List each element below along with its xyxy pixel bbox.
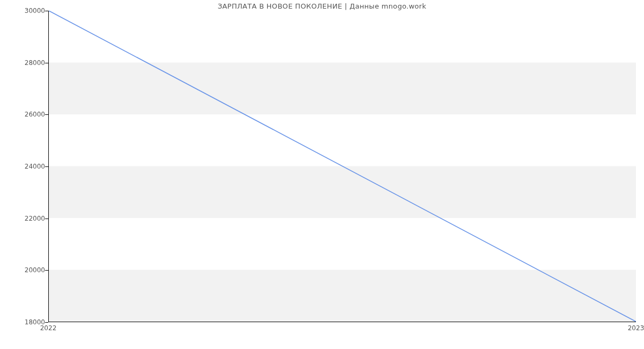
y-tick-mark xyxy=(45,114,48,115)
y-tick-mark xyxy=(45,11,48,11)
y-tick-label: 28000 xyxy=(25,59,45,67)
y-tick-mark xyxy=(45,270,48,271)
chart-title: ЗАРПЛАТА В НОВОЕ ПОКОЛЕНИЕ | Данные mnog… xyxy=(0,2,644,10)
x-tick-label: 2022 xyxy=(40,324,57,332)
grid-band xyxy=(49,270,636,322)
y-tick-label: 24000 xyxy=(25,163,45,170)
grid-band xyxy=(49,63,636,115)
y-tick-mark xyxy=(45,219,48,219)
y-tick-mark xyxy=(45,63,48,63)
plot-area xyxy=(48,11,636,322)
x-tick-label: 2023 xyxy=(628,324,644,332)
y-tick-mark xyxy=(45,166,48,167)
y-tick-label: 26000 xyxy=(25,111,45,118)
y-tick-label: 22000 xyxy=(25,215,45,222)
grid-band xyxy=(49,166,636,219)
plot-svg xyxy=(49,11,636,322)
y-tick-label: 20000 xyxy=(25,266,45,274)
y-tick-mark xyxy=(45,322,48,323)
chart-stage: ЗАРПЛАТА В НОВОЕ ПОКОЛЕНИЕ | Данные mnog… xyxy=(0,0,644,349)
y-tick-label: 30000 xyxy=(25,7,45,14)
